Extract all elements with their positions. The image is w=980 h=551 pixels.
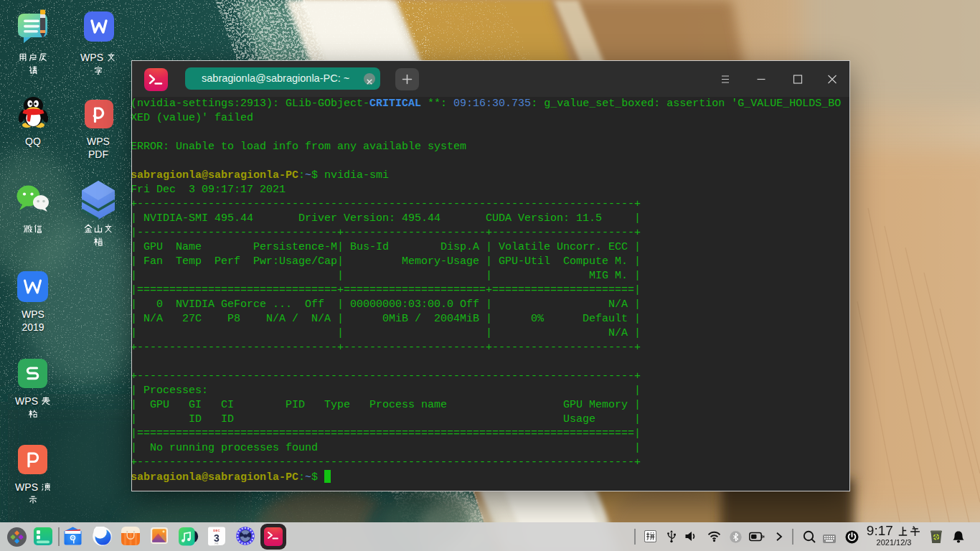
svg-text:FRI: FRI: [215, 542, 219, 545]
